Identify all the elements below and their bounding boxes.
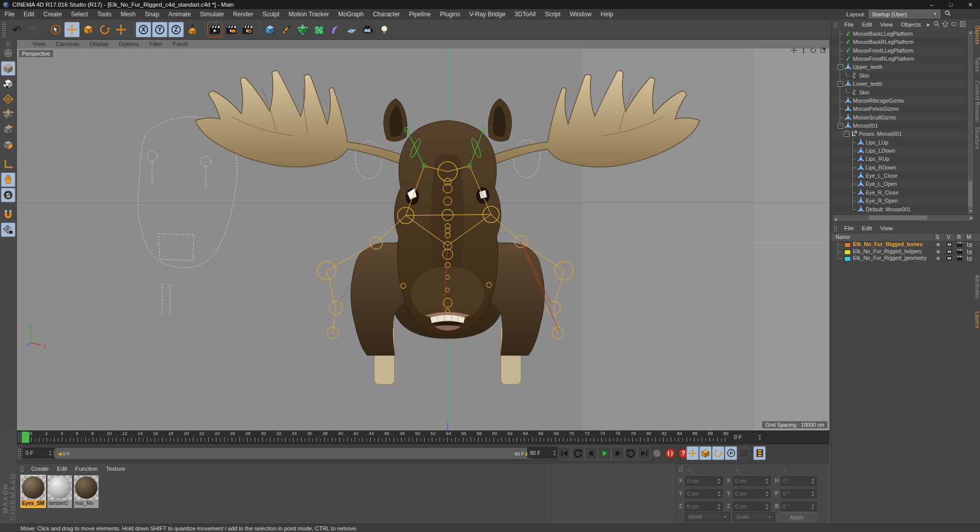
- menu-help[interactable]: Help: [596, 9, 618, 19]
- ruler-frame-field[interactable]: 0 F▲▼: [731, 432, 764, 442]
- material-mat-mo[interactable]: mat_Mo: [74, 475, 99, 507]
- coordinate-value-field[interactable]: 0 cm▲▼: [685, 502, 723, 511]
- viewport-navigation-globe-button[interactable]: [1, 46, 15, 60]
- scale-dropdown[interactable]: Scale▼: [733, 512, 775, 521]
- menu-plugins[interactable]: Plugins: [435, 9, 464, 19]
- add-spline-pen-button[interactable]: [279, 22, 294, 37]
- add-camera-button[interactable]: [360, 22, 376, 37]
- camera-label[interactable]: Perspective: [19, 50, 53, 57]
- coordinate-value-field[interactable]: 0 °▲▼: [781, 489, 817, 498]
- material-menu-create[interactable]: Create: [27, 465, 53, 473]
- object-tree-hscrollbar[interactable]: ◀ ▶: [832, 214, 974, 222]
- coordinate-value-field[interactable]: 0 cm▲▼: [685, 489, 723, 498]
- viewport-menu-view[interactable]: View: [28, 40, 51, 49]
- menu-character[interactable]: Character: [369, 9, 405, 19]
- expand-collapse-box[interactable]: −: [838, 123, 843, 129]
- coordinate-value-field[interactable]: 0 cm▲▼: [733, 502, 771, 511]
- eye-filter-button[interactable]: [950, 20, 958, 29]
- play-backwards-button[interactable]: [571, 446, 584, 460]
- palette-drag-handle[interactable]: [6, 41, 11, 46]
- undo-button[interactable]: ↶: [9, 22, 24, 37]
- render-view-button[interactable]: [207, 22, 223, 37]
- goto-end-button[interactable]: [638, 446, 651, 460]
- add-layer-button[interactable]: [959, 20, 966, 29]
- coordinate-manager-drag-handle[interactable]: [679, 466, 683, 472]
- max-frame-field[interactable]: 90 F▲▼: [527, 447, 559, 458]
- tree-item-upper-teeth[interactable]: −Upper_teeth: [831, 63, 967, 71]
- tree-item-moose001[interactable]: −Moose001: [831, 122, 967, 130]
- key-position-toggle[interactable]: [687, 446, 699, 460]
- viewport-menu-drag-handle[interactable]: [20, 41, 24, 47]
- menu-animate[interactable]: Animate: [164, 9, 195, 19]
- tree-item-moosebackrlegplatform[interactable]: MooseBackRLegPlatform: [831, 38, 967, 46]
- tree-item-eye-l-close[interactable]: Eye_L_Close: [831, 172, 967, 180]
- object-manager-menu-objects[interactable]: Objects: [897, 20, 925, 29]
- layer-manager-drag-handle[interactable]: [834, 226, 838, 232]
- menu-select[interactable]: Select: [66, 9, 92, 19]
- material-manager-drag-handle[interactable]: [20, 466, 24, 472]
- menu-sculpt[interactable]: Sculpt: [258, 9, 284, 19]
- enable-axis-modification-button[interactable]: [1, 157, 15, 172]
- add-environment-floor-button[interactable]: [344, 22, 359, 37]
- material-menu-texture[interactable]: Texture: [102, 465, 129, 473]
- menu-motion-tracker[interactable]: Motion Tracker: [284, 9, 333, 19]
- menu-file[interactable]: File: [0, 9, 19, 19]
- expand-collapse-box[interactable]: −: [844, 131, 849, 137]
- tab-takes[interactable]: Takes: [973, 57, 980, 72]
- open-timeline-button[interactable]: [753, 446, 766, 460]
- timeline-ruler[interactable]: 0246810121416182022242628303234363840424…: [17, 430, 829, 444]
- menu-tools[interactable]: Tools: [92, 9, 116, 19]
- coordinate-value-field[interactable]: 0 cm▲▼: [685, 476, 723, 486]
- redo-button[interactable]: ↷: [26, 22, 41, 37]
- render-settings-button[interactable]: [240, 22, 255, 37]
- menu-script[interactable]: Script: [540, 9, 565, 19]
- play-forwards-button[interactable]: [598, 446, 611, 460]
- layer-manager-menu-view[interactable]: View: [876, 224, 897, 233]
- record-active-objects-button[interactable]: [651, 447, 663, 460]
- expand-collapse-box[interactable]: −: [838, 81, 843, 87]
- material-eyes-sm[interactable]: Eyes_SM: [21, 475, 45, 507]
- add-cube-primitive-button[interactable]: [262, 22, 278, 37]
- tree-item-eye-r-close[interactable]: Eye_R_Close: [831, 188, 967, 197]
- timeline-controls-drag-handle[interactable]: [17, 448, 22, 460]
- material-menu-function[interactable]: Function: [71, 465, 102, 473]
- tab-content-browser[interactable]: Content Browser: [973, 81, 980, 123]
- expand-collapse-box[interactable]: −: [838, 64, 843, 70]
- menu-3dtoall[interactable]: 3DToAll: [510, 9, 540, 19]
- minimize-button[interactable]: –: [922, 0, 941, 9]
- coordinate-value-field[interactable]: 0 cm▲▼: [733, 476, 771, 486]
- lock-x-axis-button[interactable]: X: [136, 22, 151, 37]
- edges-mode-button[interactable]: [1, 123, 15, 137]
- tree-item-moosefrontrlegplatform[interactable]: MooseFrontRLegPlatform: [831, 55, 967, 63]
- tree-item-skin[interactable]: Skin: [831, 71, 967, 80]
- viewport-canvas[interactable]: Y X: [17, 40, 829, 430]
- toolbar-drag-handle[interactable]: [2, 21, 7, 38]
- magnet-tool-button[interactable]: [1, 207, 15, 222]
- viewport[interactable]: Y X ViewCamerasDisplayOptionsFilterPanel…: [17, 40, 829, 430]
- key-point-level-toggle[interactable]: [738, 446, 750, 460]
- menu-render[interactable]: Render: [229, 9, 258, 19]
- layer-row-2[interactable]: Elk_No_Fur_Rigged_helpers: [831, 248, 980, 255]
- coordinate-value-field[interactable]: 0 cm▲▼: [733, 489, 771, 498]
- tree-item-lips-rdown[interactable]: Lips_RDown: [831, 163, 967, 172]
- material-lambert1[interactable]: lambert1: [47, 475, 72, 507]
- live-selection-button[interactable]: [48, 22, 63, 37]
- apply-button[interactable]: Apply: [776, 512, 818, 522]
- menu-v-ray-bridge[interactable]: V-Ray Bridge: [464, 9, 510, 19]
- tree-item-skin[interactable]: Skin: [831, 88, 967, 96]
- layer-manager-menu-edit[interactable]: Edit: [858, 224, 876, 233]
- object-manager-menu-file[interactable]: File: [840, 20, 858, 29]
- menu-edit[interactable]: Edit: [19, 9, 39, 19]
- layer-visibility-icon[interactable]: [946, 255, 952, 262]
- close-button[interactable]: ✕: [961, 0, 980, 9]
- tree-item-lips-ldown[interactable]: Lips_LDown: [831, 147, 967, 155]
- layer-row-3[interactable]: Elk_No_Fur_Rigged_geometry: [831, 255, 980, 262]
- next-frame-button[interactable]: [611, 446, 624, 460]
- menu-overflow-arrow-icon[interactable]: ▶: [927, 22, 930, 27]
- tree-item-eye-r-open[interactable]: Eye_R_Open: [831, 197, 967, 205]
- tab-layers[interactable]: Layers: [973, 311, 980, 328]
- menu-mograph[interactable]: MoGraph: [334, 9, 369, 19]
- tree-item-moosebackllegplatform[interactable]: MooseBackLLegPlatform: [831, 30, 967, 38]
- enable-snap-button[interactable]: S: [1, 188, 15, 202]
- key-parameter-toggle[interactable]: P: [725, 446, 737, 460]
